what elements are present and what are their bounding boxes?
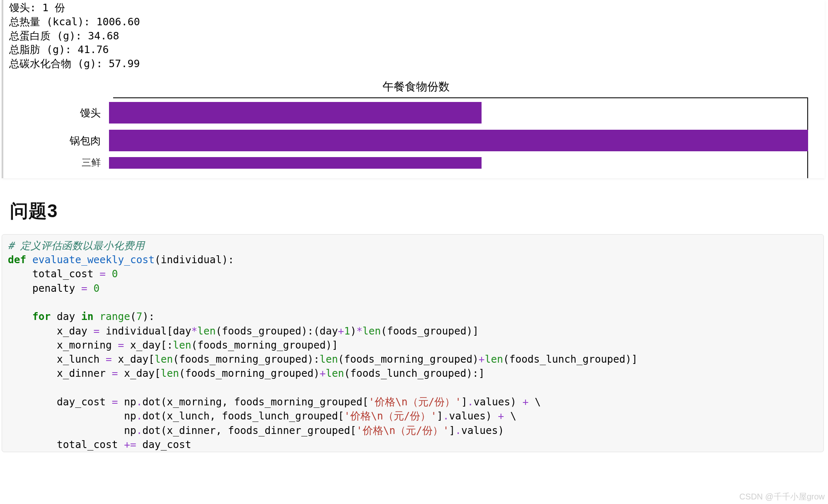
- chart-row-0: 馒头: [16, 102, 808, 124]
- chart-bar-0: [109, 102, 482, 124]
- chart: 午餐食物份数 馒头 锅包肉 三鲜: [7, 73, 825, 178]
- out-line-3: 总脂肪 (g): 41.76: [9, 44, 109, 56]
- section-heading: 问题3: [10, 199, 828, 223]
- chart-label-0: 馒头: [16, 106, 109, 120]
- code-block[interactable]: # 定义评估函数以最小化费用 def evaluate_weekly_cost(…: [8, 239, 818, 452]
- chart-bar-2: [109, 157, 482, 169]
- chart-bar-1: [109, 130, 808, 151]
- output-cell: 馒头: 1 份 总热量 (kcal): 1006.60 总蛋白质 (g): 34…: [2, 0, 825, 178]
- chart-row-1: 锅包肉: [16, 129, 808, 152]
- chart-label-2: 三鲜: [16, 156, 109, 169]
- code-comment: # 定义评估函数以最小化费用: [8, 240, 145, 252]
- out-line-0: 馒头: 1 份: [9, 2, 65, 14]
- chart-row-2: 三鲜: [16, 157, 808, 170]
- watermark: CSDN @千千小屋grow: [739, 491, 825, 502]
- out-line-4: 总碳水化合物 (g): 57.99: [9, 58, 140, 70]
- output-text: 馒头: 1 份 总热量 (kcal): 1006.60 总蛋白质 (g): 34…: [7, 0, 825, 73]
- chart-label-1: 锅包肉: [16, 134, 109, 148]
- out-line-2: 总蛋白质 (g): 34.68: [9, 30, 119, 42]
- chart-title: 午餐食物份数: [16, 79, 816, 94]
- code-cell[interactable]: # 定义评估函数以最小化费用 def evaluate_weekly_cost(…: [2, 234, 824, 452]
- out-line-1: 总热量 (kcal): 1006.60: [9, 16, 140, 28]
